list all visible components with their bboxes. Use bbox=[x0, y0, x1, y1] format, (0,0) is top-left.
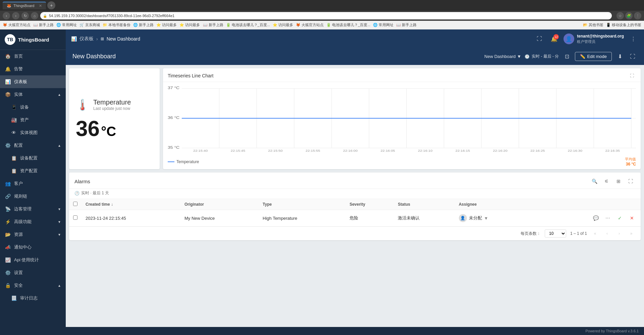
sidebar-label-audit-log: 审计日志 bbox=[20, 295, 38, 301]
sidebar-item-alarm[interactable]: 🔔 告警 bbox=[0, 63, 66, 75]
avg-display: 平均值 36 °C bbox=[625, 157, 636, 166]
assignee-header: Assignee bbox=[455, 199, 531, 210]
sidebar-item-rule-chain[interactable]: 🔗 规则链 bbox=[0, 190, 66, 203]
rule-chain-icon: 🔗 bbox=[5, 194, 11, 199]
asset-icon: 🏭 bbox=[11, 117, 17, 123]
bookmark-item[interactable]: 🌐 常用网址 bbox=[56, 22, 77, 27]
temperature-widget: 🌡️ Temperature Last update just now 36 °… bbox=[69, 68, 160, 169]
sidebar-item-device[interactable]: 📱 设备 bbox=[0, 101, 66, 114]
tab-title[interactable]: ThingsBoard bbox=[13, 4, 34, 8]
temp-value-display: 36 °C bbox=[76, 118, 116, 139]
forward-button[interactable]: › bbox=[12, 12, 19, 19]
created-time-header[interactable]: Created time ↓ bbox=[82, 199, 180, 210]
expand-btn[interactable]: ⛶ bbox=[628, 52, 637, 61]
bookmark-item[interactable]: 📁 本地书签备份 bbox=[103, 22, 130, 27]
sidebar-item-entity[interactable]: 📦 实体 ▲ bbox=[0, 88, 66, 101]
security-chevron: ▲ bbox=[58, 284, 61, 287]
first-page-btn[interactable]: « bbox=[591, 229, 599, 238]
sidebar-item-advanced[interactable]: ⚡ 高级功能 ▼ bbox=[0, 215, 66, 228]
prev-page-btn[interactable]: ‹ bbox=[603, 229, 611, 238]
bookmark-item[interactable]: 📖 新手上路 bbox=[396, 22, 417, 27]
sidebar-item-asset[interactable]: 🏭 资产 bbox=[0, 114, 66, 126]
bookmark-item[interactable]: 🔋 电池该去哪儿？_百度... bbox=[326, 22, 370, 27]
sidebar-label-config: 配置 bbox=[14, 142, 23, 148]
bookmark-item[interactable]: 🛒 京东商城 bbox=[79, 22, 100, 27]
temp-title: Temperature bbox=[93, 98, 131, 106]
sidebar-item-entity-view[interactable]: 👁 实体视图 bbox=[0, 126, 66, 139]
user-role: 租户管理员 bbox=[577, 39, 624, 44]
download-btn[interactable]: ⬇ bbox=[615, 52, 625, 61]
bookmark-item[interactable]: ⭐ 访问最多 bbox=[179, 22, 200, 27]
bookmark-item[interactable]: 🌐 常用网址 bbox=[373, 22, 393, 27]
bookmark-star[interactable]: ☆ bbox=[616, 12, 624, 19]
grid-btn[interactable]: ⊞ bbox=[614, 177, 623, 186]
search-btn[interactable]: 🔍 bbox=[590, 177, 599, 186]
other-bookmarks[interactable]: 📂 其他书签 bbox=[583, 22, 603, 27]
confirm-btn[interactable]: ✓ bbox=[615, 213, 625, 223]
breadcrumb-dashboard[interactable]: 仪表板 bbox=[79, 36, 94, 42]
bookmark-item[interactable]: 🦊 火狐官方站点 bbox=[296, 22, 324, 27]
edit-mode-button[interactable]: ✏️ Edit mode bbox=[575, 52, 612, 61]
sidebar-item-asset-config[interactable]: 📋 资产配置 bbox=[0, 164, 66, 177]
row-checkbox[interactable] bbox=[73, 215, 77, 220]
svg-text:37 °C: 37 °C bbox=[168, 86, 179, 90]
alarms-table-head: Created time ↓ Originator Type Severity … bbox=[69, 199, 641, 210]
extensions-btn[interactable]: 🧩 bbox=[625, 12, 633, 19]
assignee-dropdown[interactable]: ▼ bbox=[484, 216, 488, 221]
sidebar-item-device-config[interactable]: 📋 设备配置 bbox=[0, 152, 66, 164]
dashboard-dropdown[interactable]: New Dashboard ▼ bbox=[484, 54, 521, 59]
bookmark-item[interactable]: 🌐 新手上路 bbox=[133, 22, 154, 27]
thermometer-icon: 🌡️ bbox=[76, 98, 89, 111]
per-page-select[interactable]: 10 25 50 bbox=[545, 229, 566, 238]
bookmark-item[interactable]: 📖 新手上路 bbox=[33, 22, 54, 27]
time-display[interactable]: 🕐 实时 - 最后 - 分 bbox=[525, 54, 559, 59]
sidebar-label-entity-view: 实体视图 bbox=[20, 130, 38, 136]
sidebar-item-home[interactable]: 🏠 首页 bbox=[0, 50, 66, 63]
chart-svg: 37 °C 36 °C 35 °C bbox=[168, 85, 636, 152]
sidebar-label-advanced: 高级功能 bbox=[14, 219, 32, 225]
menu-btn[interactable]: ⋮ bbox=[634, 12, 641, 19]
bookmark-item[interactable]: 🦊 火狐官方站点 bbox=[3, 22, 31, 27]
select-all-checkbox[interactable] bbox=[73, 202, 77, 206]
fullscreen-btn[interactable]: ⛶ bbox=[534, 34, 545, 44]
svg-text:22:16:15: 22:16:15 bbox=[455, 149, 470, 152]
alarm-expand-btn[interactable]: ⛶ bbox=[626, 177, 635, 186]
svg-text:22:16:10: 22:16:10 bbox=[418, 149, 433, 152]
bookmark-item[interactable]: ⭐ 访问最多 bbox=[273, 22, 293, 27]
sidebar-item-dashboard[interactable]: 📊 仪表板 bbox=[0, 75, 66, 88]
more-btn[interactable]: ⋯ bbox=[603, 213, 612, 223]
sidebar-item-customer[interactable]: 👥 客户 bbox=[0, 177, 66, 190]
mobile-bookmarks[interactable]: 📱 移动设备上的书签 bbox=[606, 22, 641, 27]
widgets-row: 🌡️ Temperature Last update just now 36 °… bbox=[69, 68, 641, 169]
back-button[interactable]: ‹ bbox=[3, 12, 10, 19]
sidebar-item-security[interactable]: 🔒 安全 ▲ bbox=[0, 279, 66, 292]
sidebar-item-settings[interactable]: ⚙️ 设置 bbox=[0, 266, 66, 279]
bookmark-item[interactable]: ⭐ 访问最多 bbox=[156, 22, 177, 27]
more-menu-btn[interactable]: ⋮ bbox=[628, 34, 639, 44]
chart-expand-btn[interactable]: ⛶ bbox=[628, 72, 636, 80]
security-icon: 🔒 bbox=[5, 283, 11, 288]
filter-btn[interactable]: ⚟ bbox=[602, 177, 611, 186]
sidebar-item-config[interactable]: ⚙️ 配置 ▲ bbox=[0, 139, 66, 152]
temp-subtitle: Last update just now bbox=[93, 106, 131, 111]
notification-btn[interactable]: 🔔 12 bbox=[549, 34, 559, 44]
bookmark-item[interactable]: 📖 新手上路 bbox=[203, 22, 223, 27]
sidebar-item-edge[interactable]: 📡 边客管理 ▼ bbox=[0, 203, 66, 215]
refresh-button[interactable]: ↻ bbox=[21, 12, 29, 19]
address-bar[interactable]: 🔒 54.195.159.170:30002/dashboards/f70513… bbox=[40, 12, 612, 19]
sidebar-label-customer: 客户 bbox=[14, 181, 23, 187]
sidebar-item-resources[interactable]: 📂 资源 ▼ bbox=[0, 228, 66, 241]
next-page-btn[interactable]: › bbox=[615, 229, 623, 238]
comment-btn[interactable]: 💬 bbox=[591, 213, 600, 223]
dismiss-btn[interactable]: ✕ bbox=[627, 213, 637, 223]
sidebar-label-home: 首页 bbox=[14, 53, 23, 59]
sidebar-item-api-usage[interactable]: 📈 Api 使用统计 bbox=[0, 254, 66, 266]
dashboard-actions: New Dashboard ▼ 🕐 实时 - 最后 - 分 ⊡ ✏️ Edit … bbox=[484, 52, 637, 61]
sidebar-item-audit-log[interactable]: 📃 审计日志 bbox=[0, 292, 66, 305]
last-page-btn[interactable]: » bbox=[627, 229, 635, 238]
sidebar-item-notification[interactable]: 📣 通知中心 bbox=[0, 241, 66, 254]
home-button[interactable]: ⌂ bbox=[31, 12, 38, 19]
sidebar-label-resources: 资源 bbox=[14, 231, 23, 238]
bookmark-item[interactable]: 🔋 电池该去哪儿？_百度... bbox=[226, 22, 270, 27]
screenshot-btn[interactable]: ⊡ bbox=[562, 52, 572, 61]
